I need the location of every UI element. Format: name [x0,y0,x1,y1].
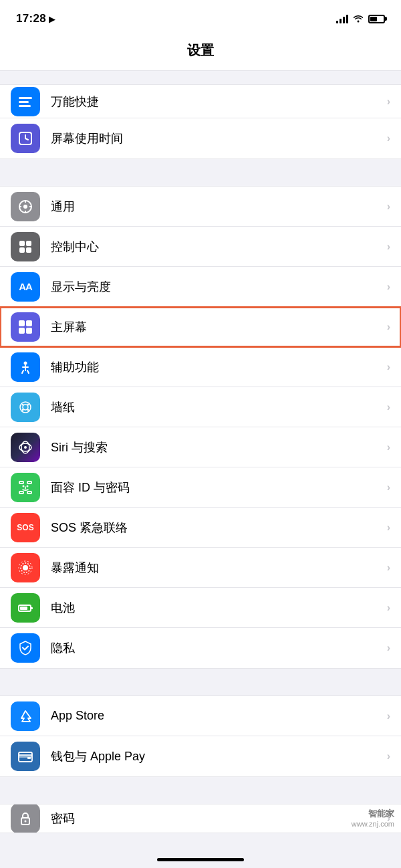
row-accessibility[interactable]: 辅助功能 › [0,347,401,387]
svg-rect-18 [19,328,25,334]
page-title: 设置 [0,33,401,71]
battery-row-icon [11,593,40,623]
row-battery[interactable]: 电池 › [0,588,401,628]
home-indicator [157,858,244,861]
faceid-chevron: › [387,481,390,494]
screentime-icon [11,124,40,153]
battery-chevron: › [387,602,390,614]
siri-icon [11,433,40,462]
row-faceid[interactable]: 面容 ID 与密码 › [0,467,401,508]
svg-rect-41 [20,607,27,610]
privacy-chevron: › [387,642,390,654]
svg-point-48 [25,821,27,823]
status-time: 17:28 [16,12,46,25]
exposure-label: 暴露通知 [51,560,387,576]
wifi-icon [352,13,364,25]
display-icon: AA [11,272,40,302]
wallet-label: 钱包与 Apple Pay [51,748,387,764]
faceid-label: 面容 ID 与密码 [51,479,387,496]
svg-point-25 [22,409,24,411]
watermark-url: www.znj.com [352,820,394,828]
sos-chevron: › [387,522,390,534]
row-appstore[interactable]: App Store › [0,696,401,736]
svg-point-37 [23,565,28,570]
location-icon: ▶ [49,14,55,24]
row-controlcenter[interactable]: 控制中心 › [0,227,401,267]
watermark-brand: 智能家 [352,808,394,820]
svg-point-23 [22,403,24,405]
shortcut-label: 万能快捷 [51,94,387,110]
row-shortcut[interactable]: 万能快捷 › [0,85,401,118]
svg-rect-31 [27,481,31,483]
svg-rect-2 [19,105,31,107]
svg-rect-1 [19,101,29,103]
screentime-chevron: › [387,132,390,144]
battery-label: 电池 [51,600,387,616]
svg-rect-0 [19,97,32,99]
svg-rect-16 [19,320,25,326]
svg-point-22 [23,405,28,410]
section-main: 通用 › 控制中心 › AA 显示与亮度 › [0,186,401,669]
controlcenter-icon [11,232,40,261]
svg-point-34 [23,485,25,487]
section-apps: App Store › 钱包与 Apple Pay › [0,695,401,777]
signal-icon [336,14,348,23]
status-icons [336,13,385,25]
svg-rect-32 [19,492,23,494]
siri-label: Siri 与搜索 [51,439,387,455]
section-bottom-partial: 密码 › [0,804,401,833]
status-bar: 17:28 ▶ [0,0,401,33]
svg-rect-46 [27,757,31,759]
sos-label: SOS 紧急联络 [51,520,387,536]
general-label: 通用 [51,199,387,215]
wallpaper-label: 墙纸 [51,399,387,415]
row-password[interactable]: 密码 › [0,804,401,833]
section-top-partial: 万能快捷 › 屏幕使用时间 › [0,84,401,159]
row-homescreen[interactable]: 主屏幕 › [0,307,401,347]
svg-point-35 [27,485,29,487]
svg-point-21 [20,402,31,413]
wallet-chevron: › [387,750,390,762]
row-wallpaper[interactable]: 墙纸 › [0,387,401,427]
row-privacy[interactable]: 隐私 › [0,628,401,668]
wallpaper-icon [11,393,40,422]
svg-rect-42 [31,607,33,609]
privacy-icon [11,633,40,663]
controlcenter-chevron: › [387,241,390,253]
accessibility-label: 辅助功能 [51,359,387,375]
appstore-label: App Store [51,709,387,723]
accessibility-icon [11,352,40,382]
svg-rect-15 [26,247,31,253]
row-display[interactable]: AA 显示与亮度 › [0,267,401,307]
shortcut-icon [11,87,40,116]
svg-rect-17 [26,320,32,326]
general-chevron: › [387,201,390,213]
sos-icon: SOS [11,513,40,542]
svg-point-29 [24,446,27,449]
controlcenter-label: 控制中心 [51,239,387,255]
display-chevron: › [387,281,390,293]
row-exposure[interactable]: 暴露通知 › [0,548,401,588]
svg-point-26 [27,409,29,411]
shortcut-chevron: › [387,96,390,108]
spacer-1 [0,159,401,173]
wallpaper-chevron: › [387,401,390,413]
faceid-icon [11,473,40,502]
svg-rect-33 [27,492,31,494]
row-screentime[interactable]: 屏幕使用时间 › [0,118,401,158]
homescreen-label: 主屏幕 [51,319,387,335]
display-label: 显示与亮度 [51,279,387,295]
svg-point-7 [23,205,27,209]
watermark: 智能家 www.znj.com [352,808,394,828]
row-sos[interactable]: SOS SOS 紧急联络 › [0,508,401,548]
screentime-label: 屏幕使用时间 [51,130,387,146]
privacy-label: 隐私 [51,640,387,656]
row-siri[interactable]: Siri 与搜索 › [0,427,401,467]
row-general[interactable]: 通用 › [0,187,401,227]
svg-rect-19 [26,328,32,334]
row-wallet[interactable]: 钱包与 Apple Pay › [0,736,401,776]
wallet-icon [11,742,40,771]
battery-icon [368,15,385,23]
svg-rect-14 [19,247,25,253]
exposure-icon [11,553,40,582]
